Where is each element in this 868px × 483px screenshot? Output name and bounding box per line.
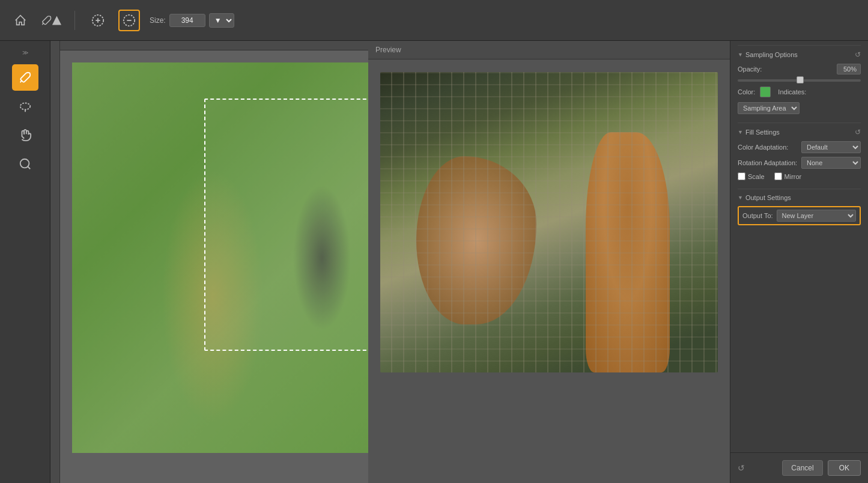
fill-settings-chevron: ▼	[738, 129, 743, 135]
rotation-adaptation-dropdown[interactable]: None Low Medium High Full	[801, 157, 861, 169]
opacity-row: Opacity: 50%	[738, 64, 861, 74]
color-indicates-row: Color: Indicates: Sampling Area Excluded…	[738, 87, 861, 114]
scale-mirror-row: Scale Mirror	[738, 172, 861, 180]
size-control: Size: ▼	[150, 13, 234, 28]
preview-content	[368, 60, 730, 483]
color-swatch[interactable]	[760, 87, 771, 97]
scale-checkbox-label[interactable]: Scale	[738, 172, 765, 180]
top-toolbar: Size: ▼	[0, 0, 868, 41]
subtract-mode-button[interactable]	[118, 10, 140, 31]
indicates-dropdown[interactable]: Sampling Area Excluded Area	[738, 102, 800, 114]
mirror-checkbox-label[interactable]: Mirror	[774, 172, 802, 180]
left-sidebar: ≫	[0, 41, 50, 483]
output-to-row: Output To: New Layer Duplicate Layer Cur…	[738, 206, 861, 225]
scale-checkbox[interactable]	[738, 172, 745, 180]
sampling-options-header[interactable]: ▼ Sampling Options ↺	[738, 50, 861, 59]
sidebar-collapse-button[interactable]: ≫	[17, 48, 33, 57]
fill-settings-header[interactable]: ▼ Fill Settings ↺	[738, 128, 861, 136]
sidebar-tool-hand[interactable]	[12, 122, 38, 148]
sidebar-tool-lasso[interactable]	[12, 93, 38, 120]
opacity-label: Opacity:	[738, 65, 768, 73]
divider-1	[738, 45, 861, 46]
rotation-adaptation-row: Rotation Adaptation: None Low Medium Hig…	[738, 157, 861, 169]
sidebar-collapse: ≫	[0, 46, 50, 62]
output-settings-header[interactable]: ▼ Output Settings	[738, 194, 861, 201]
fill-settings-section: ▼ Fill Settings ↺ Color Adaptation: Defa…	[738, 128, 861, 180]
color-adaptation-dropdown[interactable]: Default None Low Medium High Very High	[801, 141, 861, 153]
svg-point-7	[20, 159, 29, 168]
toolbar-sep-1	[74, 11, 75, 30]
footer-reset-icon[interactable]: ↺	[738, 463, 745, 473]
panel-body: Show Sampling Area ↺ ▼ Sampling Options …	[730, 24, 868, 452]
cancel-button[interactable]: Cancel	[782, 460, 822, 476]
sidebar-tool-zoom[interactable]	[12, 151, 38, 177]
indicates-label: Indicates:	[778, 88, 806, 96]
mirror-checkbox[interactable]	[774, 172, 782, 180]
color-adaptation-row: Color Adaptation: Default None Low Mediu…	[738, 141, 861, 153]
ok-button[interactable]: OK	[828, 460, 861, 476]
output-settings-label: Output Settings	[745, 194, 791, 201]
canvas-image	[72, 62, 384, 453]
size-dropdown[interactable]: ▼	[209, 13, 234, 28]
output-to-dropdown[interactable]: New Layer Duplicate Layer Current Layer	[777, 210, 856, 222]
fill-settings-label: Fill Settings	[745, 129, 780, 136]
color-label: Color:	[738, 88, 755, 96]
output-to-label: Output To:	[742, 212, 773, 219]
home-button[interactable]	[10, 10, 31, 31]
rotation-adaptation-label: Rotation Adaptation:	[738, 159, 798, 166]
sampling-options-label: Sampling Options	[745, 51, 798, 58]
ruler-vertical	[50, 41, 60, 483]
output-settings-section: ▼ Output Settings Output To: New Layer D…	[738, 194, 861, 225]
panel-footer: ↺ Cancel OK	[730, 452, 868, 483]
preview-label: Preview	[368, 41, 730, 59]
output-settings-chevron: ▼	[738, 195, 743, 201]
selection-mask	[204, 99, 372, 351]
sidebar-tool-brush[interactable]	[12, 64, 38, 91]
sampling-options-section: ▼ Sampling Options ↺ Opacity: 50% Color:…	[738, 50, 861, 114]
opacity-slider-track[interactable]	[738, 79, 861, 82]
scale-label: Scale	[748, 173, 765, 180]
size-input[interactable]	[169, 14, 205, 27]
sampling-options-reset-icon[interactable]: ↺	[855, 50, 861, 59]
opacity-slider-thumb[interactable]	[797, 76, 804, 84]
preview-image	[380, 72, 718, 372]
opacity-value[interactable]: 50%	[837, 64, 861, 74]
svg-line-8	[28, 166, 30, 169]
divider-2	[738, 123, 861, 123]
divider-3	[738, 189, 861, 189]
mirror-label: Mirror	[785, 173, 802, 180]
sampling-options-chevron: ▼	[738, 52, 743, 58]
fill-settings-reset-icon[interactable]: ↺	[855, 128, 861, 136]
size-label: Size:	[150, 16, 166, 25]
svg-point-5	[20, 103, 30, 110]
preview-panel: Preview	[368, 41, 730, 483]
color-adaptation-label: Color Adaptation:	[738, 144, 798, 151]
add-mode-button[interactable]	[87, 10, 109, 31]
brush-tool-button[interactable]	[41, 10, 62, 31]
preview-fence	[380, 72, 718, 372]
content-aware-fill-panel: Content-Aware Fill Show Sampling Area ↺ …	[730, 0, 868, 483]
